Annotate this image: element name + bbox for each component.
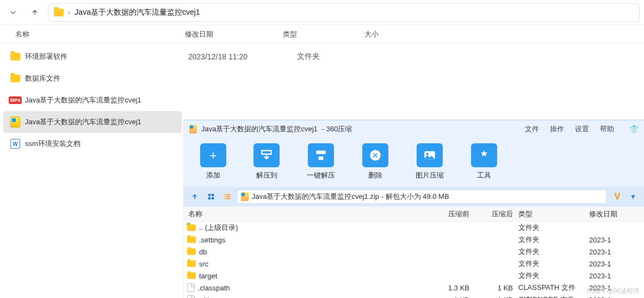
- zip-row[interactable]: .. (上级目录)文件夹: [184, 222, 644, 234]
- file-name: 数据库文件: [25, 74, 60, 83]
- zip-file-name: .. (上级目录): [199, 223, 238, 233]
- folder-icon: [187, 260, 196, 267]
- zip-file-name: .gitignore: [198, 296, 227, 299]
- zip-file-list: .. (上级目录)文件夹.settings文件夹2023-1db文件夹2023-…: [184, 222, 644, 298]
- svg-rect-6: [208, 197, 210, 199]
- navbar: › Java基于大数据的汽车流量监控cvej1: [0, 0, 644, 25]
- zip-file-type: 文件夹: [513, 235, 584, 245]
- col-modified[interactable]: 修改日期: [185, 29, 283, 39]
- btn-extract[interactable]: 解压到: [253, 141, 280, 187]
- row-meta: 2023/12/18 11:20 文件夹: [188, 46, 320, 68]
- zip-file-date: 2023-1: [584, 248, 644, 256]
- btn-delete[interactable]: 删除: [362, 141, 388, 187]
- folder-up-icon: [187, 224, 196, 231]
- zip-title-prefix: Java基于大数据的汽车流量监控cvej1: [201, 124, 318, 134]
- zip-size-post: 1 KB: [469, 284, 513, 292]
- zip-file-name: target: [199, 272, 217, 280]
- breadcrumb-path: Java基于大数据的汽车流量监控cvej1: [75, 8, 200, 17]
- zip-icon: [10, 117, 21, 127]
- zip-row[interactable]: src文件夹2023-1: [184, 258, 644, 270]
- zip-file-date: 2023-1: [584, 296, 644, 299]
- watermark: CSDN @阿诚程序: [586, 287, 640, 296]
- file-name: Java基于大数据的汽车流量监控cvej1: [25, 117, 141, 127]
- zip-pathbar: Java基于大数据的汽车流量监控cvej1.zip - 解包大小为 49.0 M…: [184, 187, 644, 206]
- zip-file-date: 2023-1: [584, 272, 644, 280]
- zip-path-input[interactable]: Java基于大数据的汽车流量监控cvej1.zip - 解包大小为 49.0 M…: [237, 190, 606, 204]
- svg-point-3: [426, 153, 429, 155]
- btn-extract-label: 解压到: [256, 171, 277, 180]
- dropdown-icon[interactable]: ▼: [627, 193, 640, 200]
- svg-rect-7: [212, 197, 214, 199]
- zip-path-text: Java基于大数据的汽车流量监控cvej1.zip - 解包大小为 49.0 M…: [252, 192, 449, 202]
- explorer-row[interactable]: 数据库文件: [0, 68, 185, 89]
- mp4-icon: MP4: [10, 95, 21, 106]
- zh-type[interactable]: 类型: [513, 209, 584, 219]
- col-size[interactable]: 大小: [364, 29, 430, 39]
- address-bar[interactable]: › Java基于大数据的汽车流量监控cvej1: [48, 3, 640, 22]
- zip-file-type: GITIGNORE 文件: [513, 295, 584, 298]
- extract-icon: [253, 143, 280, 167]
- zip-toolbar: ＋ 添加 解压到 一键解压 删除 图片压缩 工具: [184, 138, 644, 187]
- view-icons-button[interactable]: [205, 190, 218, 203]
- menu-op[interactable]: 操作: [550, 124, 564, 134]
- zip-row[interactable]: target文件夹2023-1: [184, 270, 644, 282]
- explorer-row[interactable]: Wssm环境安装文档: [0, 133, 185, 155]
- zip-size-pre: 1.3 KB: [426, 284, 469, 292]
- explorer-row[interactable]: MP4Java基于大数据的汽车流量监控cvej1: [0, 89, 185, 111]
- explorer-row[interactable]: 环境部署软件: [0, 46, 185, 68]
- delete-icon: [362, 143, 388, 167]
- zip-row[interactable]: .classpath1.3 KB1 KBCLASSPATH 文件2023-1: [184, 282, 644, 294]
- btn-tools[interactable]: 工具: [471, 141, 497, 187]
- zip-file-type: 文件夹: [513, 259, 584, 269]
- image-icon: [417, 143, 443, 167]
- zip-file-date: 2023-1: [584, 236, 644, 244]
- zip-row[interactable]: .gitignore1 KB1 KBGITIGNORE 文件2023-1: [184, 294, 644, 298]
- zip-titlebar[interactable]: Java基于大数据的汽车流量监控cvej1 - 360压缩 文件 操作 设置 帮…: [184, 120, 644, 138]
- menu-file[interactable]: 文件: [525, 124, 539, 134]
- zip-size-post: 1 KB: [469, 296, 513, 299]
- folder-icon: [187, 236, 196, 243]
- zip-size-pre: 1 KB: [426, 296, 469, 299]
- view-list-button[interactable]: [221, 190, 234, 203]
- zip-file-name: src: [199, 260, 208, 268]
- btn-image[interactable]: 图片压缩: [416, 141, 444, 187]
- zh-post[interactable]: 压缩后: [469, 209, 513, 219]
- btn-add[interactable]: ＋ 添加: [200, 141, 226, 187]
- zip-title-suffix: - 360压缩: [322, 124, 352, 134]
- file-name: 环境部署软件: [25, 52, 67, 62]
- zh-pre[interactable]: 压缩前: [426, 209, 469, 219]
- col-type[interactable]: 类型: [283, 29, 364, 39]
- zip-menu: 文件 操作 设置 帮助: [525, 124, 625, 134]
- btn-delete-label: 删除: [368, 171, 382, 180]
- zh-name[interactable]: 名称: [184, 209, 426, 219]
- zip-file-type: CLASSPATH 文件: [513, 283, 584, 293]
- zip-row[interactable]: .settings文件夹2023-1: [184, 234, 644, 246]
- svg-rect-0: [316, 150, 325, 154]
- zip-up-button[interactable]: [188, 190, 201, 203]
- btn-image-label: 图片压缩: [416, 171, 444, 180]
- zip-file-type: 文件夹: [513, 247, 584, 257]
- file-list: 环境部署软件数据库文件MP4Java基于大数据的汽车流量监控cvej1Java基…: [0, 44, 185, 155]
- folder-icon: [10, 73, 21, 84]
- doc-icon: W: [10, 138, 21, 149]
- column-header: 名称 修改日期 类型 大小: [0, 25, 644, 44]
- btn-add-label: 添加: [206, 171, 220, 180]
- col-name[interactable]: 名称: [0, 29, 185, 39]
- folder-icon: [187, 272, 196, 279]
- plus-icon: ＋: [200, 143, 226, 167]
- zip-file-icon: [241, 192, 249, 201]
- zip-row[interactable]: db文件夹2023-1: [184, 246, 644, 258]
- skin-icon[interactable]: 👕: [629, 125, 639, 133]
- back-button[interactable]: [4, 4, 22, 21]
- v-badge-icon[interactable]: V: [614, 192, 620, 202]
- zip-file-date: 2023-1: [584, 260, 644, 268]
- menu-settings[interactable]: 设置: [575, 124, 589, 134]
- zip-file-type: 文件夹: [513, 271, 584, 281]
- svg-point-13: [224, 198, 225, 199]
- up-button[interactable]: [26, 4, 44, 21]
- zh-date[interactable]: 修改日期: [584, 209, 644, 219]
- btn-oneclick[interactable]: 一键解压: [307, 141, 335, 187]
- folder-icon: [10, 51, 21, 62]
- menu-help[interactable]: 帮助: [600, 124, 614, 134]
- explorer-row[interactable]: Java基于大数据的汽车流量监控cvej1: [3, 111, 182, 133]
